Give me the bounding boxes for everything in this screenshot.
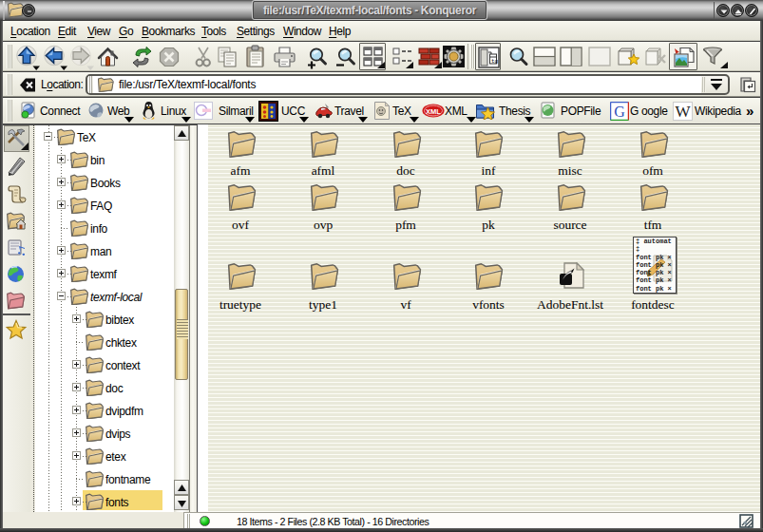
- svg-text:XML: XML: [426, 107, 441, 116]
- svg-text:tg: tg: [491, 58, 499, 65]
- svg-text:G: G: [614, 104, 625, 120]
- svg-text:W: W: [675, 103, 691, 121]
